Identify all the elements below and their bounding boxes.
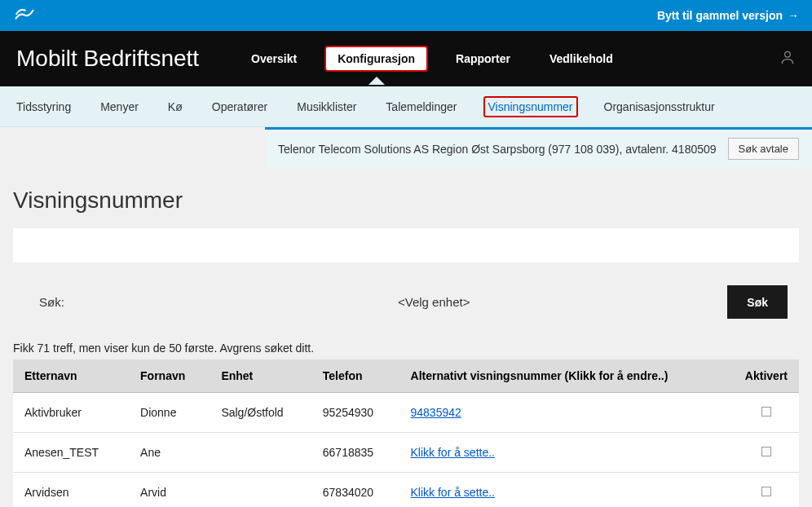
search-agreement-button[interactable]: Søk avtale — [728, 138, 799, 160]
table-row: Anesen_TEST Ane 66718835 Klikk for å set… — [13, 433, 799, 473]
search-label[interactable]: Søk: — [24, 285, 383, 319]
banner-text: Telenor Telecom Solutions AS Region Øst … — [278, 143, 717, 156]
svg-point-0 — [785, 51, 791, 57]
search-button[interactable]: Søk — [727, 285, 788, 319]
col-aktivert[interactable]: Aktivert — [734, 359, 799, 393]
cell-fornavn: Ane — [129, 433, 210, 473]
cell-telefon: 66718835 — [311, 433, 399, 473]
aktivert-checkbox[interactable] — [761, 487, 771, 496]
switch-version-link[interactable]: Bytt til gammel versjon → — [657, 9, 799, 22]
arrow-right-icon: → — [788, 9, 799, 22]
table-row: Aktivbruker Dionne Salg/Østfold 95254930… — [13, 393, 799, 433]
table-row: Arvidsen Arvid 67834020 Klikk for å sett… — [13, 473, 799, 508]
subnav-ko[interactable]: Kø — [165, 98, 186, 116]
subnav-visningsnummer[interactable]: Visningsnummer — [483, 96, 578, 117]
navbar-items: Oversikt Konfigurasjon Rapporter Vedlike… — [240, 46, 624, 72]
col-fornavn[interactable]: Fornavn — [129, 359, 210, 393]
cell-telefon: 95254930 — [311, 393, 399, 433]
cell-fornavn: Arvid — [129, 473, 210, 508]
table-header-row: Etternavn Fornavn Enhet Telefon Alternat… — [13, 359, 799, 393]
nav-konfigurasjon[interactable]: Konfigurasjon — [324, 46, 428, 72]
cell-etternavn: Aktivbruker — [13, 393, 129, 433]
alt-link[interactable]: 94835942 — [411, 406, 461, 419]
switch-version-label: Bytt til gammel versjon — [657, 9, 783, 22]
col-etternavn[interactable]: Etternavn — [13, 359, 129, 393]
white-spacer — [13, 228, 799, 262]
cell-enhet — [210, 433, 311, 473]
subnav-menyer[interactable]: Menyer — [97, 98, 142, 116]
subnav-musikklister[interactable]: Musikklister — [293, 98, 360, 116]
cell-fornavn: Dionne — [129, 393, 210, 433]
cell-etternavn: Anesen_TEST — [13, 433, 129, 473]
nav-rapporter[interactable]: Rapporter — [444, 47, 522, 70]
subnav-tidsstyring[interactable]: Tidsstyring — [13, 98, 74, 116]
navbar: Mobilt Bedriftsnett Oversikt Konfigurasj… — [0, 31, 812, 86]
results-table: Etternavn Fornavn Enhet Telefon Alternat… — [13, 359, 799, 507]
user-icon — [779, 48, 796, 66]
search-row: Søk: <Velg enhet> Søk — [13, 285, 799, 319]
alt-link[interactable]: Klikk for å sette.. — [411, 446, 495, 459]
aktivert-checkbox[interactable] — [761, 447, 771, 456]
cell-telefon: 67834020 — [311, 473, 399, 508]
user-menu[interactable] — [779, 48, 796, 69]
banner: Telenor Telecom Solutions AS Region Øst … — [265, 127, 812, 168]
nav-vedlikehold[interactable]: Vedlikehold — [538, 47, 624, 70]
col-enhet[interactable]: Enhet — [210, 359, 311, 393]
subnav-talemeldinger[interactable]: Talemeldinger — [382, 98, 460, 116]
cell-etternavn: Arvidsen — [13, 473, 129, 508]
main: Visningsnummer Søk: <Velg enhet> Søk Fik… — [0, 168, 812, 507]
cell-enhet: Salg/Østfold — [210, 393, 311, 433]
nav-oversikt[interactable]: Oversikt — [240, 47, 308, 70]
page-title: Visningsnummer — [13, 187, 799, 214]
alt-link[interactable]: Klikk for å sette.. — [411, 486, 495, 499]
unit-select[interactable]: <Velg enhet> — [383, 285, 727, 319]
telenor-logo-icon — [13, 2, 36, 29]
col-alt[interactable]: Alternativt visningsnummer (Klikk for å … — [399, 359, 734, 393]
subnav: Tidsstyring Menyer Kø Operatører Musikkl… — [0, 86, 812, 127]
results-note: Fikk 71 treff, men viser kun de 50 først… — [13, 342, 799, 355]
cell-enhet — [210, 473, 311, 508]
subnav-operatorer[interactable]: Operatører — [209, 98, 271, 116]
app-title: Mobilt Bedriftsnett — [16, 46, 199, 72]
col-telefon[interactable]: Telefon — [311, 359, 399, 393]
topbar: Bytt til gammel versjon → — [0, 0, 812, 31]
subnav-organisasjonsstruktur[interactable]: Organisasjonsstruktur — [601, 98, 718, 116]
aktivert-checkbox[interactable] — [761, 407, 771, 417]
banner-wrap: Telenor Telecom Solutions AS Region Øst … — [0, 127, 812, 168]
